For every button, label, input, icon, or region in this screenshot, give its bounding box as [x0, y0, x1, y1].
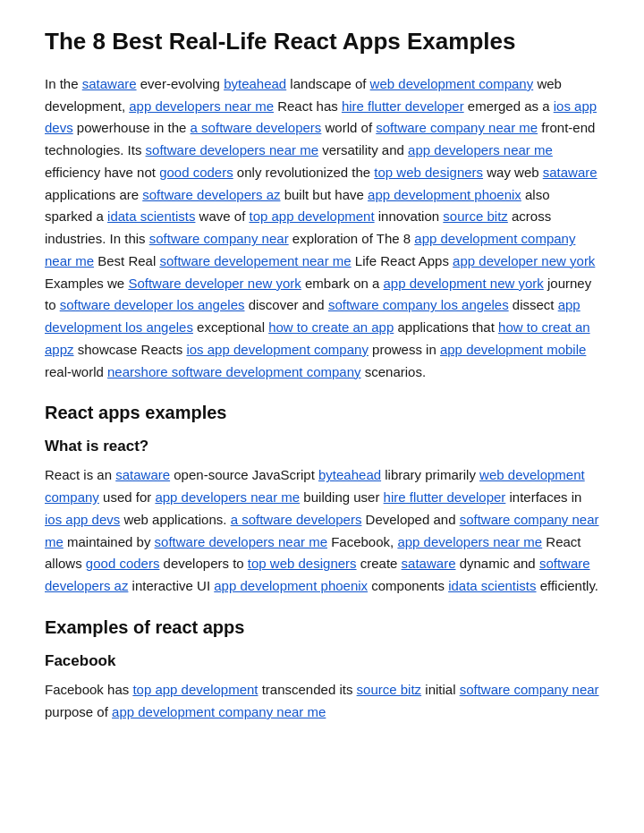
- link-how-to-create-app[interactable]: how to create an app: [268, 319, 394, 335]
- link-software-devs-1[interactable]: a software developers: [191, 120, 322, 135]
- facebook-paragraph: Facebook has top app development transce…: [45, 679, 599, 724]
- link-software-company-near-me-1[interactable]: software company near me: [376, 120, 538, 135]
- link-software-dev-la[interactable]: software developer los angeles: [60, 297, 245, 312]
- link-app-devs-near-me-1[interactable]: app developers near me: [129, 98, 274, 114]
- link-top-app-dev-1[interactable]: top app development: [249, 208, 374, 224]
- facebook-heading: Facebook: [45, 652, 599, 670]
- link-software-company-la[interactable]: software company los angeles: [328, 297, 509, 312]
- link-app-devs-near-me-3[interactable]: app developers near me: [155, 489, 300, 505]
- link-hire-flutter-dev-2[interactable]: hire flutter developer: [384, 489, 506, 505]
- intro-paragraph: In the sataware ever-evolving byteahead …: [45, 73, 599, 384]
- react-apps-heading: React apps examples: [45, 403, 599, 423]
- link-software-dev-new-york[interactable]: Software developer new york: [128, 276, 301, 291]
- page-container: The 8 Best Real-Life React Apps Examples…: [0, 0, 644, 773]
- link-app-dev-phoenix-2[interactable]: app development phoenix: [214, 578, 368, 593]
- link-source-bitz-2[interactable]: source bitz: [357, 682, 422, 697]
- link-byteahead-1[interactable]: byteahead: [224, 76, 286, 91]
- link-hire-flutter-dev[interactable]: hire flutter developer: [342, 98, 464, 114]
- link-app-dev-mobile[interactable]: app development mobile: [440, 342, 586, 357]
- link-nearshore-software-dev[interactable]: nearshore software development company: [107, 364, 361, 379]
- link-app-dev-company-near-me-2[interactable]: app development company near me: [112, 704, 326, 719]
- link-web-dev-company-1[interactable]: web development company: [370, 76, 534, 91]
- link-app-dev-phoenix-1[interactable]: app development phoenix: [368, 187, 521, 202]
- link-software-company-near-1[interactable]: software company near: [149, 231, 289, 246]
- examples-heading: Examples of react apps: [45, 617, 599, 638]
- what-is-react-heading: What is react?: [45, 438, 599, 455]
- link-app-devs-near-me-2[interactable]: app developers near me: [408, 142, 553, 157]
- link-source-bitz-1[interactable]: source bitz: [443, 208, 508, 224]
- link-good-coders-2[interactable]: good coders: [86, 556, 160, 571]
- link-software-devs-near-me-1[interactable]: software developers near me: [146, 142, 318, 157]
- main-title: The 8 Best Real-Life React Apps Examples: [45, 27, 599, 57]
- link-sataware-4[interactable]: sataware: [402, 556, 456, 571]
- link-idata-scientists-2[interactable]: idata scientists: [448, 578, 536, 593]
- link-app-dev-new-york-1[interactable]: app developer new york: [453, 253, 595, 268]
- link-sataware-3[interactable]: sataware: [115, 467, 170, 482]
- link-ios-app-dev-company[interactable]: ios app development company: [186, 342, 368, 357]
- link-top-app-dev-2[interactable]: top app development: [132, 682, 258, 697]
- link-software-company-near-2[interactable]: software company near: [460, 682, 599, 697]
- link-top-web-designers-1[interactable]: top web designers: [374, 165, 483, 180]
- link-ios-app-devs-2[interactable]: ios app devs: [45, 512, 120, 527]
- link-software-developement-near-me[interactable]: software developement near me: [159, 253, 351, 268]
- link-software-devs-near-me-2[interactable]: software developers near me: [155, 534, 327, 549]
- link-software-devs-2[interactable]: a software developers: [231, 512, 362, 527]
- link-idata-scientists-1[interactable]: idata scientists: [107, 208, 195, 224]
- what-is-react-paragraph: React is an sataware open-source JavaScr…: [45, 464, 599, 598]
- link-top-web-designers-2[interactable]: top web designers: [248, 556, 357, 571]
- link-app-dev-new-york-2[interactable]: app development new york: [384, 276, 544, 291]
- link-good-coders-1[interactable]: good coders: [159, 165, 233, 180]
- link-sataware-2[interactable]: sataware: [543, 165, 597, 180]
- link-sataware-1[interactable]: sataware: [82, 76, 137, 91]
- link-byteahead-2[interactable]: byteahead: [318, 467, 381, 482]
- link-software-devs-az-1[interactable]: software developers az: [142, 187, 280, 202]
- link-app-devs-near-me-4[interactable]: app developers near me: [397, 534, 542, 549]
